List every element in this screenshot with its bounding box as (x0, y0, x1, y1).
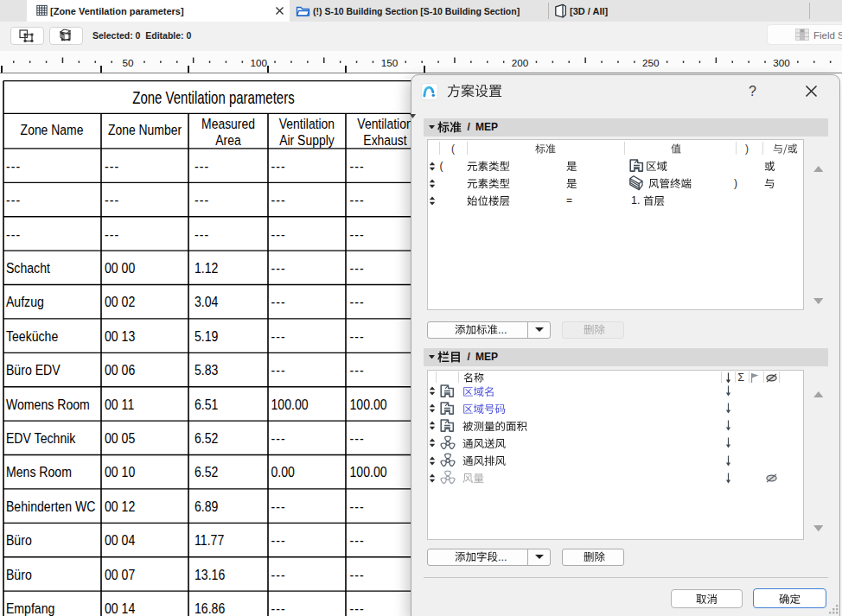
svg-text:00 10: 00 10 (105, 464, 136, 480)
svg-text:00 05: 00 05 (105, 430, 136, 447)
svg-text:Zone Ventilation parameters: Zone Ventilation parameters (132, 88, 295, 108)
svg-text:Behinderten WC: Behinderten WC (6, 499, 95, 515)
svg-text:50: 50 (122, 57, 134, 68)
svg-text:Büro: Büro (6, 532, 32, 549)
svg-text:250: 250 (642, 57, 660, 68)
svg-text:---: --- (350, 430, 365, 447)
svg-text:Zone Name: Zone Name (21, 122, 84, 138)
svg-text:00 02: 00 02 (105, 294, 135, 310)
svg-text:00 07: 00 07 (105, 566, 135, 582)
svg-text:---: --- (271, 328, 285, 345)
svg-text:---: --- (271, 430, 285, 447)
svg-text:Measured: Measured (201, 116, 255, 132)
svg-text:---: --- (271, 362, 285, 378)
svg-text:---: --- (350, 328, 365, 345)
svg-text:100: 100 (250, 57, 267, 68)
svg-text:---: --- (6, 158, 21, 175)
svg-text:0.00: 0.00 (271, 464, 295, 480)
svg-text:---: --- (195, 158, 209, 175)
svg-text:100.00: 100.00 (350, 396, 387, 412)
svg-text:6.89: 6.89 (195, 499, 218, 515)
svg-text:---: --- (350, 362, 365, 378)
svg-text:---: --- (350, 532, 365, 549)
svg-text:---: --- (271, 600, 285, 616)
svg-text:11.77: 11.77 (195, 532, 224, 549)
svg-text:1.12: 1.12 (195, 260, 218, 276)
svg-text:00 12: 00 12 (105, 499, 135, 515)
svg-text:100.00: 100.00 (350, 464, 387, 480)
svg-text:---: --- (195, 225, 209, 242)
svg-text:---: --- (271, 294, 285, 310)
svg-text:6.52: 6.52 (195, 464, 218, 480)
svg-text:---: --- (271, 225, 285, 242)
svg-text:00 13: 00 13 (105, 328, 136, 345)
svg-text:---: --- (350, 499, 365, 515)
svg-text:Büro: Büro (6, 566, 32, 582)
svg-text:Büro EDV: Büro EDV (6, 362, 61, 378)
svg-text:00 14: 00 14 (105, 600, 136, 616)
svg-text:Area: Area (215, 132, 241, 149)
svg-text:---: --- (271, 532, 285, 549)
svg-text:---: --- (195, 192, 209, 208)
svg-text:Aufzug: Aufzug (6, 294, 44, 310)
svg-text:16.86: 16.86 (195, 600, 226, 616)
svg-text:13.16: 13.16 (195, 566, 226, 582)
svg-text:00 04: 00 04 (105, 532, 136, 549)
svg-text:---: --- (271, 192, 285, 208)
svg-text:Mens Room: Mens Room (6, 464, 72, 480)
svg-text:EDV Technik: EDV Technik (6, 430, 76, 447)
svg-text:---: --- (271, 158, 285, 175)
svg-text:---: --- (6, 225, 21, 242)
svg-text:---: --- (6, 192, 21, 208)
svg-text:---: --- (350, 566, 365, 582)
svg-text:---: --- (350, 158, 365, 175)
svg-text:---: --- (105, 225, 119, 242)
svg-text:---: --- (350, 294, 365, 310)
svg-text:00 11: 00 11 (105, 396, 134, 412)
svg-text:200: 200 (512, 57, 529, 68)
svg-text:Schacht: Schacht (6, 260, 50, 276)
svg-text:00 06: 00 06 (105, 362, 136, 378)
svg-text:00 00: 00 00 (105, 260, 136, 276)
svg-text:---: --- (105, 158, 119, 175)
svg-text:5.83: 5.83 (195, 362, 219, 378)
svg-text:Teeküche: Teeküche (6, 328, 59, 345)
svg-text:150: 150 (381, 57, 399, 68)
svg-text:Ventilation: Ventilation (279, 116, 335, 132)
svg-text:---: --- (271, 499, 285, 515)
svg-text:Zone Number: Zone Number (108, 122, 182, 138)
svg-text:6.52: 6.52 (195, 430, 218, 447)
svg-text:---: --- (105, 192, 119, 208)
svg-text:100.00: 100.00 (271, 396, 308, 412)
svg-text:Empfang: Empfang (6, 600, 54, 616)
svg-text:300: 300 (773, 57, 790, 68)
svg-text:3.04: 3.04 (195, 294, 219, 310)
svg-text:6.51: 6.51 (195, 396, 218, 412)
svg-text:---: --- (350, 260, 365, 276)
svg-text:---: --- (271, 566, 285, 582)
svg-text:5.19: 5.19 (195, 328, 218, 345)
svg-text:---: --- (350, 225, 365, 242)
svg-text:---: --- (350, 192, 365, 208)
svg-text:---: --- (350, 600, 365, 616)
svg-text:Ventilation: Ventilation (357, 116, 412, 132)
svg-text:Womens Room: Womens Room (6, 396, 90, 412)
svg-text:---: --- (271, 260, 285, 276)
